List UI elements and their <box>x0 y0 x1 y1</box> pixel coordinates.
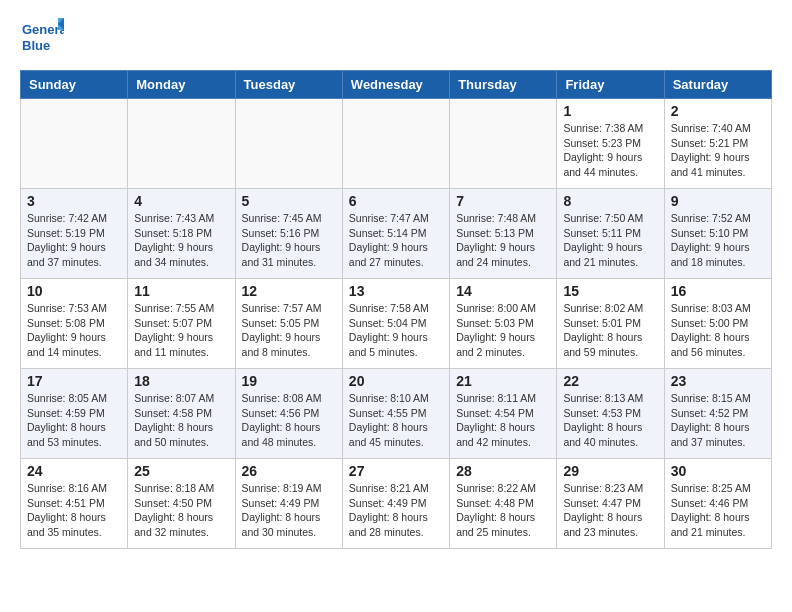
logo-graphic: General Blue <box>20 16 64 60</box>
day-number: 9 <box>671 193 765 209</box>
day-info: Sunrise: 8:19 AMSunset: 4:49 PMDaylight:… <box>242 481 336 540</box>
day-cell: 14Sunrise: 8:00 AMSunset: 5:03 PMDayligh… <box>450 279 557 369</box>
day-info: Sunrise: 8:25 AMSunset: 4:46 PMDaylight:… <box>671 481 765 540</box>
day-cell: 24Sunrise: 8:16 AMSunset: 4:51 PMDayligh… <box>21 459 128 549</box>
day-cell: 21Sunrise: 8:11 AMSunset: 4:54 PMDayligh… <box>450 369 557 459</box>
day-number: 12 <box>242 283 336 299</box>
day-number: 8 <box>563 193 657 209</box>
day-cell: 19Sunrise: 8:08 AMSunset: 4:56 PMDayligh… <box>235 369 342 459</box>
day-cell: 23Sunrise: 8:15 AMSunset: 4:52 PMDayligh… <box>664 369 771 459</box>
day-number: 26 <box>242 463 336 479</box>
day-info: Sunrise: 7:38 AMSunset: 5:23 PMDaylight:… <box>563 121 657 180</box>
day-number: 20 <box>349 373 443 389</box>
day-cell <box>128 99 235 189</box>
week-row-3: 10Sunrise: 7:53 AMSunset: 5:08 PMDayligh… <box>21 279 772 369</box>
day-cell: 20Sunrise: 8:10 AMSunset: 4:55 PMDayligh… <box>342 369 449 459</box>
day-info: Sunrise: 7:52 AMSunset: 5:10 PMDaylight:… <box>671 211 765 270</box>
day-info: Sunrise: 8:00 AMSunset: 5:03 PMDaylight:… <box>456 301 550 360</box>
day-info: Sunrise: 8:15 AMSunset: 4:52 PMDaylight:… <box>671 391 765 450</box>
day-info: Sunrise: 8:07 AMSunset: 4:58 PMDaylight:… <box>134 391 228 450</box>
day-info: Sunrise: 7:50 AMSunset: 5:11 PMDaylight:… <box>563 211 657 270</box>
day-info: Sunrise: 7:48 AMSunset: 5:13 PMDaylight:… <box>456 211 550 270</box>
day-cell: 26Sunrise: 8:19 AMSunset: 4:49 PMDayligh… <box>235 459 342 549</box>
day-info: Sunrise: 7:47 AMSunset: 5:14 PMDaylight:… <box>349 211 443 270</box>
day-cell: 10Sunrise: 7:53 AMSunset: 5:08 PMDayligh… <box>21 279 128 369</box>
day-cell <box>21 99 128 189</box>
day-cell: 16Sunrise: 8:03 AMSunset: 5:00 PMDayligh… <box>664 279 771 369</box>
day-number: 29 <box>563 463 657 479</box>
day-number: 6 <box>349 193 443 209</box>
day-number: 13 <box>349 283 443 299</box>
day-info: Sunrise: 8:10 AMSunset: 4:55 PMDaylight:… <box>349 391 443 450</box>
day-number: 22 <box>563 373 657 389</box>
day-number: 25 <box>134 463 228 479</box>
page-header: General Blue <box>20 16 772 60</box>
day-number: 15 <box>563 283 657 299</box>
weekday-saturday: Saturday <box>664 71 771 99</box>
day-number: 17 <box>27 373 121 389</box>
day-number: 10 <box>27 283 121 299</box>
day-number: 30 <box>671 463 765 479</box>
day-info: Sunrise: 8:23 AMSunset: 4:47 PMDaylight:… <box>563 481 657 540</box>
day-cell: 15Sunrise: 8:02 AMSunset: 5:01 PMDayligh… <box>557 279 664 369</box>
day-number: 21 <box>456 373 550 389</box>
day-cell: 1Sunrise: 7:38 AMSunset: 5:23 PMDaylight… <box>557 99 664 189</box>
day-info: Sunrise: 8:02 AMSunset: 5:01 PMDaylight:… <box>563 301 657 360</box>
day-cell: 18Sunrise: 8:07 AMSunset: 4:58 PMDayligh… <box>128 369 235 459</box>
day-cell <box>450 99 557 189</box>
day-cell: 22Sunrise: 8:13 AMSunset: 4:53 PMDayligh… <box>557 369 664 459</box>
day-cell <box>235 99 342 189</box>
day-info: Sunrise: 7:40 AMSunset: 5:21 PMDaylight:… <box>671 121 765 180</box>
day-info: Sunrise: 7:45 AMSunset: 5:16 PMDaylight:… <box>242 211 336 270</box>
day-cell <box>342 99 449 189</box>
day-info: Sunrise: 7:58 AMSunset: 5:04 PMDaylight:… <box>349 301 443 360</box>
day-info: Sunrise: 8:13 AMSunset: 4:53 PMDaylight:… <box>563 391 657 450</box>
day-number: 14 <box>456 283 550 299</box>
day-cell: 29Sunrise: 8:23 AMSunset: 4:47 PMDayligh… <box>557 459 664 549</box>
weekday-monday: Monday <box>128 71 235 99</box>
day-cell: 8Sunrise: 7:50 AMSunset: 5:11 PMDaylight… <box>557 189 664 279</box>
calendar-container: General Blue SundayMondayTuesdayWednesda… <box>0 0 792 565</box>
day-info: Sunrise: 7:42 AMSunset: 5:19 PMDaylight:… <box>27 211 121 270</box>
day-number: 27 <box>349 463 443 479</box>
day-cell: 9Sunrise: 7:52 AMSunset: 5:10 PMDaylight… <box>664 189 771 279</box>
day-number: 16 <box>671 283 765 299</box>
day-cell: 25Sunrise: 8:18 AMSunset: 4:50 PMDayligh… <box>128 459 235 549</box>
day-info: Sunrise: 8:21 AMSunset: 4:49 PMDaylight:… <box>349 481 443 540</box>
day-cell: 3Sunrise: 7:42 AMSunset: 5:19 PMDaylight… <box>21 189 128 279</box>
day-number: 3 <box>27 193 121 209</box>
day-info: Sunrise: 7:43 AMSunset: 5:18 PMDaylight:… <box>134 211 228 270</box>
day-number: 1 <box>563 103 657 119</box>
day-info: Sunrise: 8:18 AMSunset: 4:50 PMDaylight:… <box>134 481 228 540</box>
day-cell: 5Sunrise: 7:45 AMSunset: 5:16 PMDaylight… <box>235 189 342 279</box>
day-number: 11 <box>134 283 228 299</box>
day-cell: 4Sunrise: 7:43 AMSunset: 5:18 PMDaylight… <box>128 189 235 279</box>
day-number: 4 <box>134 193 228 209</box>
day-info: Sunrise: 8:05 AMSunset: 4:59 PMDaylight:… <box>27 391 121 450</box>
weekday-header-row: SundayMondayTuesdayWednesdayThursdayFrid… <box>21 71 772 99</box>
day-info: Sunrise: 8:11 AMSunset: 4:54 PMDaylight:… <box>456 391 550 450</box>
weekday-friday: Friday <box>557 71 664 99</box>
weekday-tuesday: Tuesday <box>235 71 342 99</box>
day-cell: 28Sunrise: 8:22 AMSunset: 4:48 PMDayligh… <box>450 459 557 549</box>
week-row-2: 3Sunrise: 7:42 AMSunset: 5:19 PMDaylight… <box>21 189 772 279</box>
day-cell: 17Sunrise: 8:05 AMSunset: 4:59 PMDayligh… <box>21 369 128 459</box>
day-cell: 13Sunrise: 7:58 AMSunset: 5:04 PMDayligh… <box>342 279 449 369</box>
svg-text:Blue: Blue <box>22 38 50 53</box>
day-number: 23 <box>671 373 765 389</box>
day-number: 19 <box>242 373 336 389</box>
weekday-wednesday: Wednesday <box>342 71 449 99</box>
day-info: Sunrise: 8:03 AMSunset: 5:00 PMDaylight:… <box>671 301 765 360</box>
week-row-5: 24Sunrise: 8:16 AMSunset: 4:51 PMDayligh… <box>21 459 772 549</box>
weekday-sunday: Sunday <box>21 71 128 99</box>
day-cell: 6Sunrise: 7:47 AMSunset: 5:14 PMDaylight… <box>342 189 449 279</box>
day-number: 24 <box>27 463 121 479</box>
day-info: Sunrise: 8:08 AMSunset: 4:56 PMDaylight:… <box>242 391 336 450</box>
day-cell: 30Sunrise: 8:25 AMSunset: 4:46 PMDayligh… <box>664 459 771 549</box>
week-row-1: 1Sunrise: 7:38 AMSunset: 5:23 PMDaylight… <box>21 99 772 189</box>
day-info: Sunrise: 7:57 AMSunset: 5:05 PMDaylight:… <box>242 301 336 360</box>
day-number: 2 <box>671 103 765 119</box>
day-cell: 27Sunrise: 8:21 AMSunset: 4:49 PMDayligh… <box>342 459 449 549</box>
day-info: Sunrise: 8:16 AMSunset: 4:51 PMDaylight:… <box>27 481 121 540</box>
day-cell: 7Sunrise: 7:48 AMSunset: 5:13 PMDaylight… <box>450 189 557 279</box>
